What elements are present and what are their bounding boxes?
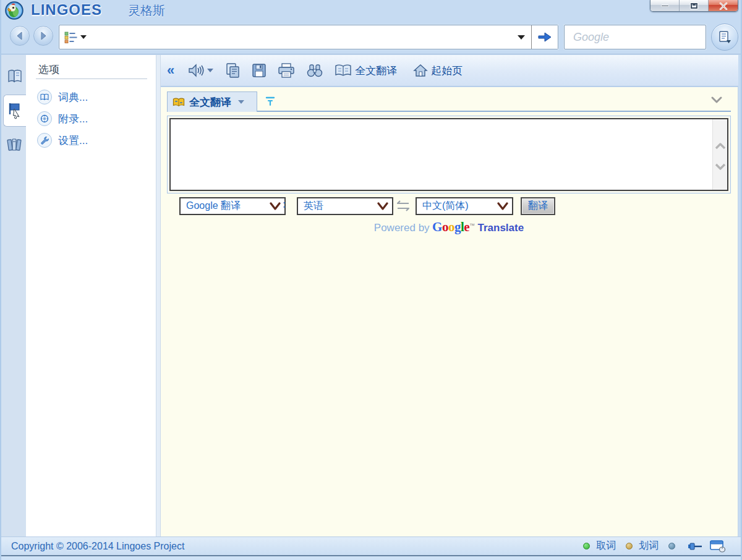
minimize-icon [661, 5, 669, 7]
capture-window-icon[interactable] [710, 540, 726, 553]
fulltext-translate-button[interactable]: 全文翻译 [335, 64, 397, 78]
compass-badge-icon [37, 111, 52, 126]
google-translate-brand: Translate [478, 222, 524, 234]
result-tab-row: 全文翻译 [167, 91, 731, 112]
minimize-button[interactable] [650, 0, 680, 12]
homepage-button[interactable]: 起始页 [413, 64, 463, 78]
translation-input-panel [167, 116, 731, 193]
swap-languages-icon[interactable] [396, 200, 411, 212]
app-title-chinese: 灵格斯 [128, 2, 165, 19]
translation-controls-row: Google 翻译 : 英语 [167, 197, 731, 216]
go-button[interactable] [532, 25, 558, 49]
lingoes-window: LINGOES 灵格斯 [0, 0, 742, 560]
address-combobox[interactable] [59, 25, 558, 49]
textarea-frame [169, 118, 728, 191]
binoculars-icon [306, 64, 323, 77]
translation-textarea[interactable] [171, 119, 712, 190]
navigation-bar [1, 20, 741, 54]
fulltext-tab-label: 全文翻译 [189, 95, 231, 109]
app-title: LINGOES [31, 1, 102, 19]
combo-chevron-icon [270, 202, 281, 210]
sidebar-item-dictionary[interactable]: 词典... [37, 87, 148, 107]
google-search-input[interactable] [565, 25, 717, 49]
back-arrow-icon [15, 32, 24, 40]
translate-button[interactable]: 翻译 [521, 197, 555, 215]
sidebar-item-label: 设置... [58, 134, 88, 148]
books-stack-icon [6, 137, 23, 153]
textarea-scrollbar[interactable] [712, 119, 727, 190]
address-caret-icon [518, 35, 525, 40]
trademark-symbol: ™ [469, 223, 475, 229]
fulltext-label: 全文翻译 [355, 64, 397, 78]
source-lang-value: 英语 [304, 200, 323, 213]
scroll-down-icon[interactable] [714, 160, 727, 172]
address-value[interactable] [59, 31, 511, 43]
restore-icon [691, 3, 697, 9]
tab-library[interactable] [4, 129, 26, 161]
google-logo: Google [432, 219, 469, 234]
address-dropdown-button[interactable] [511, 25, 532, 49]
sidebar-item-label: 附录... [58, 112, 88, 126]
fulltext-tab[interactable]: 全文翻译 [167, 91, 257, 112]
pin-mode-icon[interactable] [265, 95, 276, 106]
forward-button[interactable] [33, 26, 53, 46]
find-button[interactable] [306, 64, 323, 77]
book-icon [37, 90, 52, 104]
google-search-box [564, 25, 706, 49]
target-lang-select[interactable]: 中文(简体) [416, 197, 513, 215]
home-icon [413, 64, 428, 77]
options-panel: 选项 词典... [26, 55, 156, 537]
powered-by-line: Powered by Google™ Translate [167, 219, 731, 235]
homepage-label: 起始页 [431, 64, 463, 78]
restore-button[interactable] [680, 0, 709, 12]
title-bar[interactable]: LINGOES 灵格斯 [1, 0, 741, 20]
status-bar: Copyright © 2006-2014 Lingoes Project 取词… [1, 537, 741, 555]
left-tab-strip [1, 55, 26, 537]
close-icon [719, 2, 728, 10]
word-list-caret-icon [80, 35, 87, 39]
clipboard-status-icon[interactable] [668, 543, 675, 549]
scroll-up-icon[interactable] [714, 140, 727, 153]
collapse-panel-chevron-icon[interactable] [710, 96, 723, 104]
select-word-toggle[interactable]: 划词 [639, 540, 659, 553]
copy-button[interactable] [224, 62, 241, 78]
source-lang-select[interactable]: 英语 [297, 197, 393, 215]
main-area: 选项 词典... [1, 55, 741, 537]
document-menu-icon [718, 30, 731, 44]
tab-caret-icon [238, 100, 244, 104]
pronounce-caret-icon [207, 69, 213, 72]
print-button[interactable] [278, 62, 295, 78]
word-list-icon [64, 31, 78, 43]
save-button[interactable] [252, 63, 267, 78]
close-button[interactable] [709, 0, 738, 12]
printer-icon [278, 62, 295, 78]
sidebar-item-settings[interactable]: 设置... [37, 130, 148, 150]
tab-dictionary[interactable] [4, 61, 26, 93]
forward-arrow-icon [39, 32, 48, 40]
save-icon [252, 63, 267, 78]
copyright-text: Copyright © 2006-2014 Lingoes Project [11, 541, 184, 552]
collapse-sidebar-button[interactable]: « [167, 62, 174, 78]
back-button[interactable] [10, 26, 30, 46]
panel-splitter[interactable] [156, 55, 161, 537]
index-menu-button[interactable] [711, 23, 738, 51]
combo-chevron-icon [497, 202, 508, 210]
flag-cursor-icon [7, 102, 23, 119]
main-toolbar: « [161, 55, 738, 87]
window-bottom-frame [1, 555, 741, 560]
pronounce-button[interactable] [188, 63, 213, 78]
tab-translation[interactable] [3, 95, 26, 127]
go-arrow-icon [537, 32, 552, 43]
sidebar-item-appendix[interactable]: 附录... [37, 109, 148, 129]
wrench-icon [37, 133, 52, 148]
capture-word-status-icon[interactable] [583, 543, 590, 549]
pushpin-icon[interactable] [688, 541, 704, 551]
combo-chevron-icon [377, 202, 388, 210]
options-divider [36, 78, 147, 79]
select-word-status-icon[interactable] [626, 543, 633, 549]
open-book-icon [335, 64, 352, 77]
status-toggles: 取词 划词 [583, 540, 726, 553]
capture-word-toggle[interactable]: 取词 [596, 540, 616, 553]
engine-select[interactable]: Google 翻译 [179, 197, 286, 215]
translation-page: 全文翻译 [161, 87, 738, 537]
